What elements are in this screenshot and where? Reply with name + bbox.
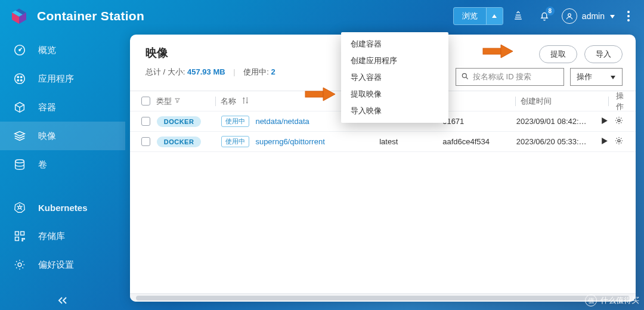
- cube-icon: [12, 100, 27, 115]
- sidebar-item-label: 偏好设置: [38, 259, 74, 271]
- status-badge: 使用中: [221, 136, 249, 147]
- gear-icon: [12, 257, 27, 272]
- sidebar-item-label: 应用程序: [38, 73, 74, 85]
- sidebar-item-preferences[interactable]: 偏好设置: [0, 250, 125, 279]
- svg-point-24: [462, 73, 466, 78]
- sidebar-item-label: Kubernetes: [38, 203, 88, 213]
- bell-icon[interactable]: 8: [533, 5, 556, 27]
- col-header-type[interactable]: 类型: [153, 96, 210, 107]
- sidebar-item-repositories[interactable]: 存储库: [0, 222, 125, 250]
- notification-badge: 8: [546, 7, 555, 16]
- user-menu[interactable]: admin: [562, 8, 615, 24]
- sidebar-item-containers[interactable]: 容器: [0, 93, 125, 122]
- svg-point-8: [19, 49, 20, 51]
- svg-marker-4: [492, 14, 497, 18]
- sidebar-item-label: 卷: [38, 159, 47, 170]
- browse-dropdown-menu: 创建容器 创建应用程序 导入容器 提取映像 导入映像: [341, 32, 448, 123]
- watermark-icon: 值: [585, 294, 597, 306]
- watermark: 值 什么值得买: [585, 294, 639, 306]
- svg-marker-30: [602, 138, 608, 144]
- sidebar-item-kubernetes[interactable]: Kubernetes: [0, 193, 125, 222]
- svg-point-14: [16, 160, 24, 163]
- pull-label: 提取: [550, 49, 566, 60]
- topbar: Container Station 浏览 8 admin: [0, 0, 644, 32]
- search-placeholder: 按名称或 ID 搜索: [473, 72, 531, 82]
- import-label: 导入: [596, 49, 611, 60]
- svg-rect-18: [21, 232, 24, 235]
- sort-icon: [242, 97, 249, 106]
- sidebar-item-overview[interactable]: 概览: [0, 36, 125, 64]
- svg-rect-17: [16, 232, 19, 235]
- table-row[interactable]: DOCKER使用中superng6/qbittorrentlatestaafd6…: [130, 132, 636, 152]
- sidebar-item-label: 映像: [38, 131, 56, 142]
- status-badge: 使用中: [221, 116, 249, 127]
- operations-dropdown[interactable]: 操作: [570, 68, 623, 86]
- horizontal-scrollbar[interactable]: [130, 293, 636, 302]
- menu-item-create-container[interactable]: 创建容器: [341, 36, 448, 52]
- engine-badge: DOCKER: [157, 137, 202, 147]
- select-all-checkbox[interactable]: [138, 97, 153, 106]
- sidebar-item-applications[interactable]: 应用程序: [0, 64, 125, 93]
- image-name[interactable]: superng6/qbittorrent: [255, 137, 324, 146]
- play-icon[interactable]: [600, 137, 608, 147]
- gauge-icon: [12, 42, 27, 58]
- engine-badge: DOCKER: [157, 116, 202, 127]
- svg-marker-15: [15, 203, 25, 213]
- kubernetes-icon: [12, 200, 27, 215]
- menu-item-import-container[interactable]: 导入容器: [341, 69, 448, 86]
- svg-rect-19: [16, 237, 19, 241]
- svg-marker-33: [323, 88, 335, 101]
- layers-icon: [12, 128, 27, 144]
- browse-dropdown-button[interactable]: 浏览: [453, 7, 503, 25]
- svg-point-5: [568, 14, 571, 17]
- image-tag: latest: [379, 137, 442, 146]
- caret-up-icon: [486, 8, 503, 24]
- svg-point-20: [22, 238, 23, 240]
- sidebar-item-label: 容器: [38, 102, 56, 113]
- sidebar: 概览 应用程序 容器 映像 卷 Kubernetes 存储库 偏好设置: [0, 32, 125, 310]
- browse-label: 浏览: [454, 11, 486, 21]
- svg-point-23: [18, 263, 21, 266]
- avatar-icon: [562, 8, 577, 24]
- play-icon[interactable]: [600, 117, 608, 126]
- svg-point-12: [17, 80, 18, 81]
- sidebar-item-volumes[interactable]: 卷: [0, 150, 125, 179]
- chevron-down-icon: [609, 11, 615, 21]
- search-input[interactable]: 按名称或 ID 搜索: [456, 68, 564, 86]
- menu-item-import-image[interactable]: 导入映像: [341, 103, 448, 119]
- gear-icon[interactable]: [614, 136, 624, 147]
- col-header-created[interactable]: 创建时间: [521, 96, 603, 107]
- svg-rect-26: [243, 98, 244, 103]
- svg-marker-35: [501, 45, 513, 58]
- image-name[interactable]: netdata/netdata: [255, 117, 309, 126]
- annotation-arrow: [482, 43, 515, 60]
- sidebar-item-images[interactable]: 映像: [0, 122, 125, 150]
- svg-point-22: [22, 240, 23, 241]
- col-header-actions: 操作: [614, 91, 627, 112]
- svg-rect-34: [483, 48, 501, 54]
- row-checkbox[interactable]: [138, 117, 153, 126]
- svg-marker-6: [610, 15, 615, 18]
- gear-icon[interactable]: [614, 116, 624, 127]
- row-checkbox[interactable]: [138, 137, 153, 146]
- database-icon: [12, 157, 27, 172]
- created-at: 2023/09/01 08:42:…: [516, 117, 600, 126]
- filter-icon: [174, 97, 181, 106]
- annotation-arrow: [304, 86, 338, 103]
- user-name: admin: [582, 11, 605, 21]
- svg-rect-32: [305, 91, 323, 97]
- menu-item-pull-image[interactable]: 提取映像: [341, 86, 448, 103]
- svg-point-9: [15, 74, 25, 84]
- sidebar-item-label: 概览: [38, 45, 56, 56]
- more-menu-button[interactable]: [624, 7, 633, 25]
- collapse-sidebar-button[interactable]: [0, 296, 125, 305]
- svg-point-31: [618, 140, 620, 142]
- svg-point-21: [24, 238, 25, 240]
- stack-icon[interactable]: [507, 5, 530, 27]
- svg-point-10: [17, 76, 18, 78]
- svg-point-13: [21, 80, 22, 81]
- menu-item-create-application[interactable]: 创建应用程序: [341, 52, 448, 69]
- pull-button[interactable]: 提取: [539, 45, 577, 63]
- import-button[interactable]: 导入: [584, 45, 623, 63]
- caret-down-icon: [610, 73, 616, 82]
